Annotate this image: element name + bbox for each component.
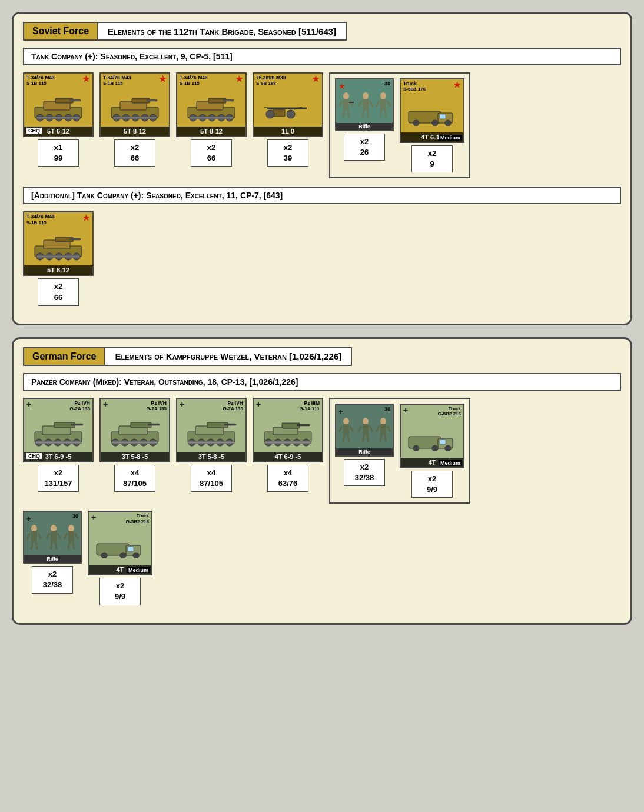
unit-name-g1: Pz IVH	[70, 400, 90, 406]
svg-rect-70	[36, 255, 80, 258]
tank-svg-soviet-add	[32, 234, 85, 261]
tank-svg-german-3	[185, 420, 238, 447]
svg-rect-44	[363, 99, 369, 109]
svg-line-113	[339, 426, 342, 432]
german-cross-1: +	[26, 400, 31, 408]
unit-group-german-4: + Pz IIIM G-1A 111	[253, 398, 323, 492]
unit-group-german-3: + Pz IVH G-2A 135	[176, 398, 247, 492]
tank-svg-german-1	[32, 420, 85, 447]
svg-point-157	[120, 553, 126, 558]
svg-point-156	[101, 553, 107, 558]
german-force-title: Elements of Kampfgruppe Wetzel, Veteran …	[105, 347, 352, 366]
svg-rect-104	[297, 424, 310, 426]
medium-badge-german-1: Medium	[439, 460, 462, 466]
svg-point-59	[432, 120, 438, 126]
svg-rect-80	[35, 441, 81, 444]
svg-line-140	[36, 542, 37, 550]
unit-name-gun: 76.2mm M39	[256, 75, 286, 81]
svg-point-134	[445, 445, 451, 451]
german-infantry-card-extra: 30 +	[23, 511, 82, 564]
soviet-force-label: Soviet Force	[23, 22, 98, 41]
svg-line-46	[370, 101, 373, 107]
soviet-star-icon-gun: ★	[312, 75, 320, 83]
german-truck-card-1: + Truck G-5B2 216	[400, 404, 464, 468]
svg-rect-23	[223, 99, 234, 101]
unit-count-gun: x2 39	[267, 139, 308, 167]
unit-count-1: x1 99	[38, 139, 79, 167]
svg-line-139	[31, 542, 32, 550]
german-truck-group-extra: + Truck G-5B2 216	[88, 511, 152, 605]
german-cross-2: +	[103, 400, 108, 408]
tank-svg-soviet-1	[32, 95, 85, 122]
tank-svg-german-2	[108, 420, 161, 447]
gun-svg-soviet	[264, 96, 311, 120]
soviet-company-1-units: T-34/76 M43 S-1B 115 ★	[23, 72, 621, 178]
unit-count-g4: x4 63/76	[267, 465, 308, 492]
unit-card-german-pz4-3: + Pz IVH G-2A 135	[176, 398, 247, 462]
unit-count-german-truck-extra: x2 9/9	[99, 578, 141, 605]
svg-point-49	[380, 92, 386, 99]
german-truck-card-extra: + Truck G-5B2 216	[88, 511, 152, 575]
unit-card-soviet-t34-chq: T-34/76 M43 S-1B 115 ★	[23, 72, 94, 137]
svg-rect-29	[190, 117, 233, 119]
soviet-star-icon: ★	[82, 75, 90, 83]
unit-count-2: x2 66	[114, 139, 155, 167]
svg-line-127	[380, 435, 381, 442]
svg-point-111	[343, 418, 349, 425]
unit-name-3: T-34/76 M43	[180, 75, 208, 81]
unit-bottom-bar-add: 5T 8-12	[24, 265, 92, 275]
german-infantry-card-1: 30 +	[335, 404, 394, 457]
unit-card-soviet-t34-3: T-34/76 M43 S-1B 115 ★	[176, 72, 247, 137]
german-extra-row: 30 +	[23, 511, 621, 605]
svg-point-32	[266, 110, 274, 118]
soviet-company-2-units: T-34/76 M43 S-1B 115 ★	[23, 211, 621, 305]
truck-svg-german-extra	[94, 535, 147, 558]
unit-group-german-1: + Pz IVH G-2A 135	[23, 398, 94, 492]
unit-count-g2: x4 87/105	[114, 465, 155, 492]
unit-count-german-inf-1: x2 32/38	[344, 459, 385, 486]
svg-line-47	[363, 109, 364, 117]
unit-group-soviet-gun: 76.2mm M39 S-6B 188 ★	[253, 72, 323, 167]
truck-svg-german-1	[406, 428, 459, 451]
svg-line-146	[55, 542, 57, 550]
truck-name-soviet: Truck	[403, 81, 426, 86]
german-infantry-group-1: 30 +	[335, 404, 394, 486]
svg-point-123	[380, 418, 386, 425]
unit-name-2: T-34/76 M43	[103, 75, 131, 81]
svg-rect-131	[440, 440, 446, 444]
unit-card-soviet-add-t34: T-34/76 M43 S-1B 115 ★	[23, 211, 94, 276]
unit-bottom-bar-g2: 3T 5-8 -5	[101, 452, 169, 461]
soviet-company-1: Tank Company (+): Seasoned, Excellent, 9…	[23, 48, 621, 178]
svg-rect-37	[343, 99, 349, 109]
rifle-label-german-1: Rifle	[336, 448, 393, 455]
soviet-star-icon-3: ★	[235, 75, 243, 83]
german-force-label: German Force	[23, 347, 105, 366]
svg-rect-142	[51, 531, 57, 542]
svg-line-114	[350, 426, 353, 432]
svg-point-147	[68, 525, 74, 532]
unit-name-1: T-34/76 M43	[26, 75, 55, 81]
unit-card-soviet-t34-2: T-34/76 M43 S-1B 115 ★	[99, 72, 170, 137]
soviet-star-icon-2: ★	[159, 75, 167, 83]
german-cross-3: +	[180, 400, 184, 408]
unit-subname-gun: S-6B 188	[256, 81, 286, 86]
german-company-1: Panzer Company (Mixed): Veteran, Outstan…	[23, 373, 621, 605]
svg-rect-112	[343, 424, 349, 435]
unit-count-soviet-inf: x2 26	[344, 134, 385, 161]
truck-bottom-soviet: 4T 6-12 Medium	[401, 132, 463, 142]
unit-card-german-pz4-chq: + Pz IVH G-2A 135	[23, 398, 94, 462]
svg-line-115	[343, 435, 344, 442]
svg-line-152	[73, 542, 74, 550]
svg-line-125	[376, 426, 379, 432]
unit-count-3: x2 66	[191, 139, 232, 167]
unit-group-soviet-3: T-34/76 M43 S-1B 115 ★	[176, 72, 247, 167]
unit-name-g4: Pz IIIM	[300, 400, 320, 406]
svg-rect-3	[70, 99, 81, 101]
svg-line-149	[64, 533, 67, 539]
soviet-truck-group: Truck S-5B1 176 ★	[400, 78, 464, 172]
german-infantry-truck-group-1: 30 +	[329, 398, 470, 504]
svg-line-54	[385, 109, 386, 117]
unit-bottom-bar-gun: 1L 0	[254, 127, 322, 136]
unit-count-g1: x2 131/157	[38, 465, 79, 492]
svg-point-158	[133, 553, 139, 558]
